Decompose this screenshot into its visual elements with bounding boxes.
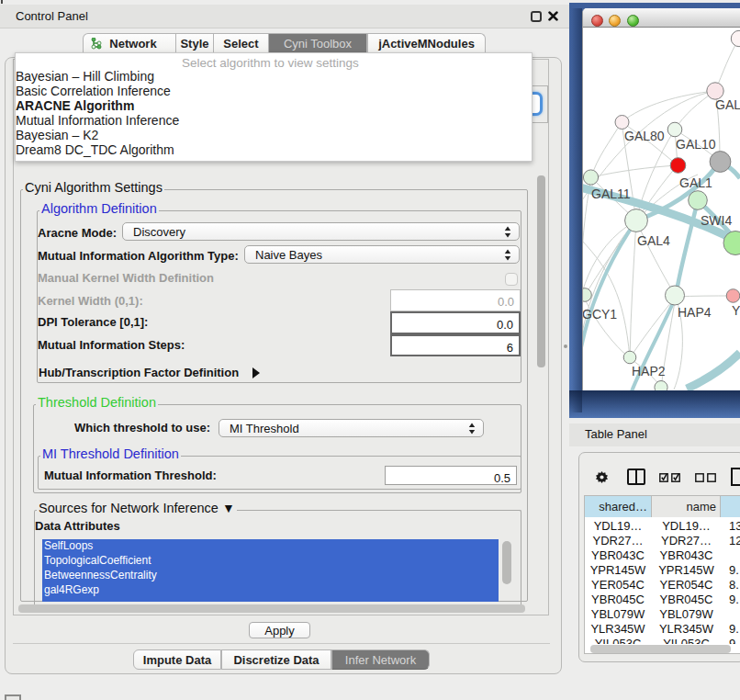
svg-text:GAL10: GAL10 (676, 137, 716, 152)
svg-text:GCY1: GCY1 (582, 307, 617, 322)
svg-text:GAL4: GAL4 (637, 233, 670, 248)
svg-text:GAL11: GAL11 (591, 186, 631, 201)
svg-text:GAL1: GAL1 (679, 175, 712, 190)
svg-text:SWI4: SWI4 (701, 213, 732, 228)
svg-text:HAP2: HAP2 (632, 364, 666, 378)
svg-text:GAL: GAL (715, 97, 740, 112)
svg-text:Y: Y (732, 303, 740, 318)
svg-text:HAP4: HAP4 (678, 305, 712, 320)
svg-text:GAL80: GAL80 (624, 129, 665, 143)
